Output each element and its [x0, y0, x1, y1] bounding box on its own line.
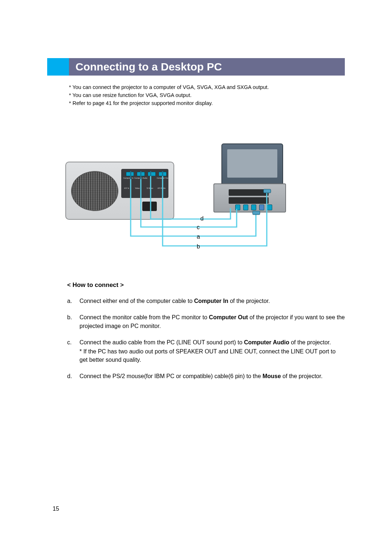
step-bold: Mouse: [262, 373, 281, 379]
manual-page: Connecting to a Desktop PC * You can con…: [0, 0, 392, 555]
intro-notes: * You can connect the projector to a com…: [69, 84, 345, 107]
note-line: * You can connect the projector to a com…: [69, 84, 345, 92]
step-bold: Computer Audio: [244, 339, 289, 345]
step-letter: b.: [67, 313, 79, 330]
step-text: Connect the monitor cable from the PC mo…: [79, 314, 209, 320]
figure-label-a: a: [197, 234, 200, 240]
figure-label-c: c: [197, 224, 200, 231]
title-row: Connecting to a Desktop PC: [47, 58, 345, 76]
step-text: Connect either end of the computer cable…: [79, 298, 194, 304]
step-a: a. Connect either end of the computer ca…: [67, 297, 345, 305]
step-text: Connect the PS/2 mouse(for IBM PC or com…: [79, 373, 262, 379]
step-letter: c.: [67, 338, 79, 364]
step-subnote: * If the PC has two audio out ports of S…: [79, 347, 345, 364]
step-c: c. Connect the audio cable from the PC (…: [67, 338, 345, 364]
step-text: of the projector.: [289, 339, 331, 345]
svg-rect-0: [253, 211, 260, 215]
step-letter: a.: [67, 297, 79, 305]
page-number: 15: [53, 506, 59, 512]
step-d: d. Connect the PS/2 mouse(for IBM PC or …: [67, 372, 345, 380]
note-line: * You can use resize function for VGA, S…: [69, 92, 345, 100]
step-letter: d.: [67, 372, 79, 380]
step-bold: Computer Out: [209, 314, 248, 320]
title-accent-square: [47, 58, 69, 76]
svg-rect-1: [264, 189, 271, 193]
how-to-connect-section: < How to connect > a. Connect either end…: [67, 281, 345, 380]
step-b: b. Connect the monitor cable from the PC…: [67, 313, 345, 330]
step-text: of the projector.: [281, 373, 323, 379]
step-bold: Computer In: [194, 298, 228, 304]
step-text: Connect the audio cable from the PC (LIN…: [79, 339, 244, 345]
connection-figure: Mouse Computer In Computer Audio Compute…: [65, 140, 345, 260]
step-text: of the projector.: [228, 298, 270, 304]
page-title: Connecting to a Desktop PC: [69, 58, 345, 76]
cable-paths: [65, 140, 283, 260]
figure-label-d: d: [200, 215, 204, 222]
how-to-connect-heading: < How to connect >: [67, 281, 345, 289]
figure-label-b: b: [197, 243, 200, 250]
note-line: * Refer to page 41 for the projector sup…: [69, 100, 345, 108]
